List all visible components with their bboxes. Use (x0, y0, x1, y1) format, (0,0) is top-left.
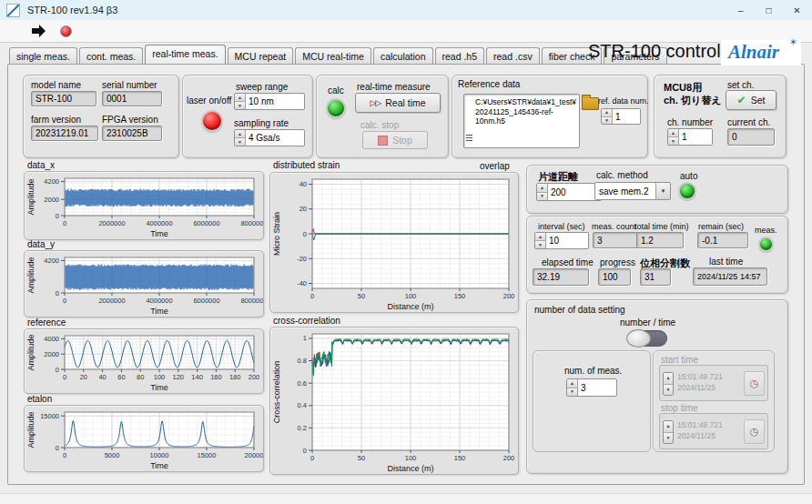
spin-up-icon: ▲ (664, 373, 673, 385)
etalon-title: etalon (27, 394, 52, 404)
reference-path-line2: 20241125_145436-ref-10nm.h5 (475, 107, 579, 126)
interval-stepper[interactable]: ▲▼ 10 (534, 232, 589, 249)
laser-led[interactable] (201, 110, 223, 132)
cross-correlation-graph: 05010015020000.20.40.60.81Distance (m)Cr… (269, 327, 519, 475)
spin-up-icon[interactable]: ▲ (602, 109, 612, 117)
spin-down-icon[interactable]: ▼ (537, 193, 547, 201)
svg-text:Distance (m): Distance (m) (387, 464, 433, 473)
tab-real-time-meas[interactable]: real-time meas. (145, 45, 225, 64)
data-y-title: data_y (27, 239, 55, 249)
spin-up-icon[interactable]: ▲ (537, 184, 547, 193)
one-way-distance-label: 片道距離 (538, 170, 578, 184)
run-button[interactable] (31, 25, 47, 37)
svg-text:0: 0 (63, 451, 66, 459)
spin-down-icon[interactable]: ▼ (602, 117, 612, 125)
chevron-down-icon[interactable]: ▼ (655, 183, 670, 199)
browse-folder-icon[interactable] (582, 97, 599, 110)
one-way-distance-input[interactable]: 200 (548, 184, 601, 200)
current-ch-label: current ch. (727, 117, 770, 127)
svg-text:0: 0 (310, 454, 314, 462)
sweep-range-label: sweep range (236, 82, 288, 92)
calc-method-dropdown[interactable]: save mem.2 ▼ (594, 182, 671, 200)
ref-data-num-input[interactable]: 1 (613, 109, 640, 124)
bottom-scrollbar[interactable] (0, 493, 812, 504)
spin-down-icon: ▼ (664, 385, 673, 396)
spin-down-icon[interactable]: ▼ (235, 102, 245, 109)
minimize-button[interactable]: – (726, 0, 755, 20)
tab-cont-meas[interactable]: cont. meas. (79, 47, 143, 64)
spin-up-icon[interactable]: ▲ (535, 233, 545, 241)
svg-text:180: 180 (229, 373, 241, 381)
svg-text:0: 0 (63, 297, 66, 305)
reference-data-panel: Reference data C:¥Users¥STR¥data¥1_test¥… (452, 75, 648, 158)
meas-count-label: meas. count (592, 222, 636, 231)
svg-text:15000: 15000 (198, 451, 217, 459)
svg-text:20: 20 (299, 205, 307, 213)
svg-text:Time: Time (150, 383, 168, 392)
progress-value: 100 (598, 268, 631, 286)
interval-input[interactable]: 10 (546, 233, 588, 248)
clock-icon: ◷ (744, 419, 765, 444)
calc-stop-label: calc. stop (360, 120, 399, 130)
svg-text:150: 150 (454, 454, 466, 462)
tab-mcu-real-time[interactable]: MCU real-time (295, 47, 371, 64)
number-time-label: number / time (620, 318, 675, 328)
set-button[interactable]: ✔ Set (726, 90, 776, 110)
tab-read-csv[interactable]: read .csv (486, 47, 540, 64)
svg-text:20000: 20000 (245, 451, 263, 459)
mcu-title-line2: ch. 切り替え (664, 94, 721, 107)
svg-text:20: 20 (80, 373, 87, 381)
sweep-range-input[interactable]: 10 nm (246, 94, 304, 109)
spin-up-icon[interactable]: ▲ (235, 94, 245, 102)
toolbar (0, 20, 812, 43)
num-of-meas-stepper[interactable]: ▲▼ 3 (566, 378, 617, 397)
svg-text:2000: 2000 (44, 350, 59, 358)
calc-method-value[interactable]: save mem.2 (595, 183, 655, 199)
real-time-button[interactable]: ▷▷ Real time (355, 93, 441, 113)
sweep-range-stepper[interactable]: ▲▼ 10 nm (234, 93, 305, 110)
tab-read-h5[interactable]: read .h5 (435, 47, 485, 64)
maximize-button[interactable]: □ (755, 0, 783, 20)
spin-up-icon[interactable]: ▲ (567, 379, 577, 388)
logo-text: Alnair (728, 41, 779, 64)
number-time-toggle[interactable] (627, 330, 667, 347)
reference-path-input[interactable]: C:¥Users¥STR¥data¥1_test¥ 20241125_14543… (463, 94, 580, 148)
tab-mcu-repeat[interactable]: MCU repeat (228, 47, 294, 64)
one-way-distance-stepper[interactable]: ▲▼ 200 (536, 183, 602, 201)
tab-calculation[interactable]: calculation (373, 47, 433, 64)
spin-up-icon[interactable]: ▲ (668, 129, 678, 137)
spin-down-icon[interactable]: ▼ (535, 241, 545, 248)
svg-text:0: 0 (310, 292, 314, 300)
ref-data-num-stepper[interactable]: ▲▼ 1 (601, 108, 641, 125)
svg-text:100: 100 (405, 292, 417, 300)
svg-text:0.8: 0.8 (298, 357, 307, 365)
last-time-value: 2024/11/25 14:57 (693, 267, 767, 286)
play-icon: ▷▷ (370, 98, 381, 107)
set-button-label: Set (751, 95, 766, 106)
svg-text:0: 0 (56, 366, 59, 374)
reference-path-line1: C:¥Users¥STR¥data¥1_test¥ (475, 97, 579, 107)
spin-down-icon[interactable]: ▼ (235, 138, 245, 146)
svg-text:Distance (m): Distance (m) (387, 302, 433, 311)
start-time-control: ▲▼ 15:01:49.721 2024/11/25 ◷ (659, 365, 768, 401)
ch-number-stepper[interactable]: ▲▼ 1 (667, 128, 713, 146)
svg-text:2000000: 2000000 (98, 297, 125, 305)
svg-text:15000: 15000 (40, 412, 59, 420)
close-button[interactable]: ✕ (783, 0, 811, 20)
auto-led[interactable] (678, 182, 696, 200)
num-of-meas-input[interactable]: 3 (578, 379, 616, 396)
ch-number-input[interactable]: 1 (679, 129, 712, 145)
laser-on-off-label: laser on/off (187, 96, 231, 106)
sampling-rate-stepper[interactable]: ▲▼ 4 Gsa/s (234, 129, 305, 146)
spin-down-icon[interactable]: ▼ (567, 388, 577, 397)
svg-text:40: 40 (98, 373, 106, 381)
spin-down-icon[interactable]: ▼ (668, 137, 678, 145)
spin-up-icon[interactable]: ▲ (235, 130, 245, 138)
tab-single-meas[interactable]: single meas. (9, 47, 77, 64)
toggle-knob[interactable] (626, 329, 651, 348)
sampling-rate-input[interactable]: 4 Gsa/s (246, 130, 304, 146)
svg-text:-20: -20 (297, 255, 307, 263)
abort-button[interactable] (60, 25, 72, 37)
svg-text:8000000: 8000000 (240, 219, 263, 227)
svg-text:Cross-correlation: Cross-correlation (272, 361, 281, 424)
